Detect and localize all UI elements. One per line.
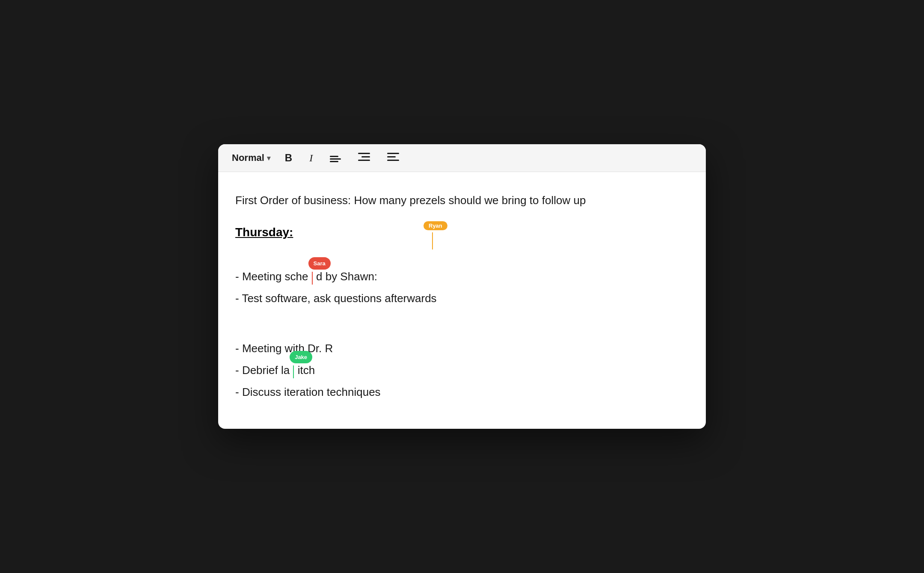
- style-label: Normal: [232, 152, 264, 163]
- list-button[interactable]: [327, 151, 344, 165]
- toolbar: Normal ▾ B I: [218, 144, 706, 172]
- svg-rect-0: [358, 153, 370, 154]
- ryan-cursor-line: [432, 232, 433, 249]
- list-item: - Debrief la Jake itch: [235, 360, 689, 380]
- outdent-icon: [387, 152, 399, 162]
- ryan-cursor-label: Ryan: [424, 221, 447, 230]
- sara-cursor-line: [312, 272, 313, 285]
- sara-cursor-label: Sara: [308, 257, 331, 270]
- jake-cursor-label: Jake: [290, 351, 312, 363]
- svg-rect-5: [387, 160, 399, 161]
- jake-cursor-line: [293, 365, 294, 378]
- first-line: First Order of business: How many prezel…: [235, 193, 689, 208]
- editor-area[interactable]: First Order of business: How many prezel…: [218, 172, 706, 428]
- indent-icon: [358, 152, 370, 162]
- list-item: [235, 317, 689, 337]
- style-selector[interactable]: Normal ▾: [232, 152, 270, 163]
- bullet-list: - Meeting sche Sara d by Shawn: - Test s…: [235, 267, 689, 402]
- italic-button[interactable]: I: [307, 151, 315, 165]
- list-item: - Meeting sche Sara d by Shawn:: [235, 267, 689, 287]
- svg-rect-4: [387, 156, 396, 157]
- section-heading: Thursday:: [235, 226, 293, 239]
- bold-button[interactable]: B: [282, 151, 295, 165]
- svg-rect-1: [361, 156, 370, 157]
- indent-button[interactable]: [355, 150, 373, 166]
- chevron-down-icon: ▾: [267, 154, 270, 162]
- list-item: - Test software, ask questions afterward…: [235, 288, 689, 309]
- list-icon: [330, 156, 341, 162]
- editor-window: Normal ▾ B I: [218, 144, 706, 428]
- svg-rect-2: [358, 160, 370, 161]
- outdent-button[interactable]: [385, 150, 402, 166]
- list-item: - Discuss iteration techniques: [235, 382, 689, 402]
- svg-rect-3: [387, 153, 399, 154]
